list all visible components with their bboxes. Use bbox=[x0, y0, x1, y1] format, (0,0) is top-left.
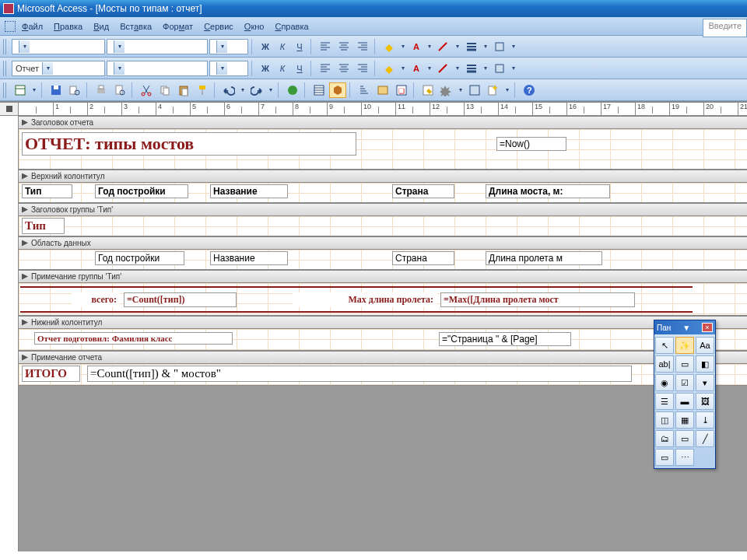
toolbox-palette[interactable]: Пан ▼ × ↖✨Aaab|▭◧◉☑▾☰▬🖼◫▦⤓🗂▭╱▭⋯ bbox=[654, 320, 716, 469]
textbox-group-type[interactable]: Тип bbox=[22, 218, 65, 234]
section-bar-detail[interactable]: Область данных bbox=[19, 236, 747, 250]
fontsize-combo-blank[interactable]: ▾ bbox=[209, 39, 248, 54]
label-col-type[interactable]: Тип bbox=[22, 184, 72, 198]
database-window-button[interactable] bbox=[466, 82, 483, 98]
textbox-page[interactable]: ="Страница " & [Page] bbox=[439, 332, 571, 346]
fill-color-dropdown[interactable]: ▾ bbox=[399, 43, 407, 50]
special-effect-dropdown[interactable]: ▾ bbox=[510, 43, 517, 50]
line-bottom[interactable] bbox=[20, 311, 693, 313]
align-left-button-2[interactable] bbox=[317, 61, 334, 76]
menu-file[interactable]: Файл bbox=[22, 22, 43, 31]
line-color-dropdown[interactable]: ▾ bbox=[454, 43, 461, 50]
menu-format[interactable]: Формат bbox=[163, 22, 193, 31]
search-file-button[interactable] bbox=[66, 82, 83, 98]
textbox-now[interactable]: =Now() bbox=[496, 137, 566, 151]
font-combo-blank[interactable]: ▾ bbox=[107, 39, 208, 54]
align-right-button[interactable] bbox=[354, 39, 371, 54]
insert-hyperlink-button[interactable] bbox=[284, 82, 301, 98]
linecolor-dd-2[interactable]: ▾ bbox=[454, 65, 461, 72]
undo-dd[interactable]: ▾ bbox=[239, 86, 247, 93]
menu-edit[interactable]: Правка bbox=[54, 22, 82, 31]
label-col-length[interactable]: Длина моста, м: bbox=[486, 184, 610, 198]
code-button[interactable]: ❏ bbox=[393, 82, 410, 98]
underline-button-2[interactable]: Ч bbox=[292, 61, 307, 76]
redo-dd[interactable]: ▾ bbox=[267, 86, 275, 93]
view-button[interactable] bbox=[12, 82, 29, 98]
toolbox-pointer[interactable]: ↖ bbox=[655, 337, 674, 354]
toolbar-grip-3[interactable] bbox=[3, 82, 8, 98]
toolbox-pagebreak[interactable]: ⤓ bbox=[696, 411, 714, 429]
font-color-dropdown[interactable]: ▾ bbox=[426, 43, 433, 50]
newobj-dd[interactable]: ▾ bbox=[503, 86, 511, 93]
section-group-footer[interactable]: всего: =Count([тип]) Мах длина пролета: … bbox=[19, 283, 747, 316]
align-center-button[interactable] bbox=[335, 39, 352, 54]
fontcolor-dd-2[interactable]: ▾ bbox=[426, 65, 433, 72]
textbox-count-type[interactable]: =Count([тип]) bbox=[124, 292, 237, 307]
section-bar-group-footer[interactable]: Примечание группы 'Тип' bbox=[19, 270, 747, 283]
paste-button[interactable] bbox=[175, 82, 192, 98]
toolbox-wizard[interactable]: ✨ bbox=[675, 337, 694, 354]
label-report-title[interactable]: ОТЧЕТ: типы мостов bbox=[22, 132, 356, 156]
label-total[interactable]: всего: bbox=[72, 292, 120, 307]
print-button[interactable] bbox=[93, 82, 110, 98]
toolbox-combo[interactable]: ▾ bbox=[696, 374, 714, 391]
toolbox-line[interactable]: ╱ bbox=[696, 430, 714, 447]
toolbar-grip-2[interactable] bbox=[3, 61, 8, 76]
sorting-grouping-button[interactable] bbox=[356, 82, 373, 98]
line-width-button[interactable] bbox=[463, 39, 480, 54]
menu-service[interactable]: Сервис bbox=[204, 22, 233, 31]
section-bar-report-footer[interactable]: Примечание отчета bbox=[19, 351, 747, 364]
toolbox-unbound[interactable]: ◫ bbox=[655, 411, 674, 429]
fill-color-button[interactable] bbox=[381, 39, 398, 54]
toolbar-grip[interactable] bbox=[3, 39, 8, 54]
special-effect-button-2[interactable] bbox=[491, 61, 508, 76]
align-left-button[interactable] bbox=[317, 39, 334, 54]
copy-button[interactable] bbox=[156, 82, 174, 98]
toolbox-toggle-button[interactable] bbox=[329, 82, 346, 98]
menu-help[interactable]: Справка bbox=[275, 22, 308, 31]
textbox-max-length[interactable]: =Мах([Длина пролета мост bbox=[440, 292, 635, 307]
menu-view[interactable]: Вид bbox=[93, 22, 109, 31]
textbox-itogo[interactable]: =Count([тип]) & " мостов" bbox=[87, 366, 632, 382]
properties-button[interactable] bbox=[419, 82, 437, 98]
toolbox-image[interactable]: 🖼 bbox=[696, 393, 714, 410]
line-color-button[interactable] bbox=[435, 39, 452, 54]
toolbox-subform[interactable]: ▭ bbox=[675, 430, 694, 447]
textbox-name[interactable]: Название bbox=[210, 251, 288, 265]
toolbox-button[interactable]: ▬ bbox=[675, 393, 694, 410]
toolbox-tab[interactable]: 🗂 bbox=[655, 430, 674, 447]
cut-button[interactable] bbox=[138, 82, 155, 98]
menu-window[interactable]: Окно bbox=[244, 22, 265, 31]
system-menu-icon[interactable] bbox=[5, 21, 16, 32]
view-dd[interactable]: ▾ bbox=[30, 86, 38, 93]
help-button[interactable]: ? bbox=[521, 82, 538, 98]
font-color-button[interactable]: A bbox=[409, 39, 424, 54]
section-bar-group-header[interactable]: Заголовок группы 'Тип' bbox=[19, 203, 747, 216]
undo-button[interactable] bbox=[220, 82, 237, 98]
toolbox-option[interactable]: ◉ bbox=[655, 374, 674, 391]
toolbox-label[interactable]: Aa bbox=[696, 337, 714, 354]
font-combo[interactable]: ▾ bbox=[107, 61, 208, 76]
toolbox-more[interactable]: ⋯ bbox=[675, 449, 694, 466]
label-itogo[interactable]: ИТОГО bbox=[22, 366, 80, 382]
section-page-header[interactable]: Тип Год постройки Название Страна Длина … bbox=[19, 183, 747, 203]
textbox-country[interactable]: Страна bbox=[392, 251, 454, 265]
toolbox-close-button[interactable]: × bbox=[702, 323, 713, 332]
font-color-button-2[interactable]: A bbox=[409, 61, 424, 76]
linewidth-dd-2[interactable]: ▾ bbox=[482, 65, 489, 72]
autoformat-button[interactable] bbox=[374, 82, 391, 98]
ask-a-question-box[interactable]: Введите bbox=[703, 19, 747, 37]
menu-insert[interactable]: Вставка bbox=[120, 22, 152, 31]
vertical-ruler[interactable] bbox=[0, 116, 19, 551]
redo-button[interactable] bbox=[248, 82, 265, 98]
section-page-footer[interactable]: Отчет подготовил: Фамилия класс ="Страни… bbox=[19, 329, 747, 351]
field-list-button[interactable] bbox=[310, 82, 328, 98]
line-width-dropdown[interactable]: ▾ bbox=[482, 43, 489, 50]
bold-button[interactable]: Ж bbox=[258, 39, 273, 54]
object-combo[interactable]: Отчет▾ bbox=[12, 61, 105, 76]
line-width-button-2[interactable] bbox=[463, 61, 480, 76]
textbox-year[interactable]: Год постройки bbox=[95, 251, 184, 265]
label-max-length[interactable]: Мах длина пролета: bbox=[293, 292, 437, 307]
toolbox-list[interactable]: ☰ bbox=[655, 393, 674, 410]
format-painter-button[interactable] bbox=[194, 82, 211, 98]
